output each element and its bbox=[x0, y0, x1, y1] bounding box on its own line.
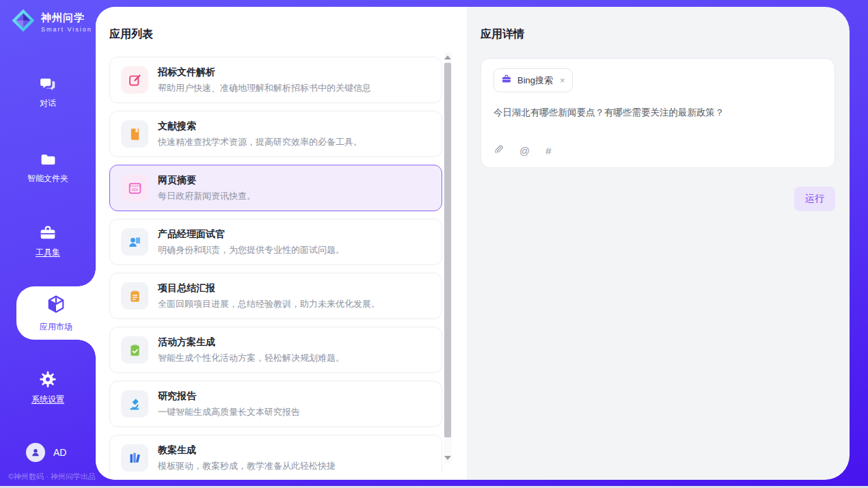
sidebar-item-settings[interactable]: 系统设置 bbox=[0, 370, 96, 405]
sidebar-item-label: 智能文件夹 bbox=[27, 173, 68, 185]
app-desc: 快速精准查找学术资源，提高研究效率的必备工具。 bbox=[158, 136, 362, 148]
app-list-panel: 应用列表 招标文件解析 帮助用户快速、准确地理解和解析招标书中的关键信息 bbox=[96, 7, 467, 480]
scroll-down-arrow-icon[interactable] bbox=[444, 456, 451, 460]
app-card-lesson-plan[interactable]: 教案生成 模板驱动，教案秒成，教学准备从此轻松快捷 bbox=[109, 435, 442, 472]
app-desc: 模板驱动，教案秒成，教学准备从此轻松快捷 bbox=[158, 460, 336, 472]
clipboard-check-icon bbox=[121, 336, 148, 364]
cube-icon bbox=[46, 294, 66, 317]
app-title: 活动方案生成 bbox=[158, 336, 344, 349]
app-title: 产品经理面试官 bbox=[158, 228, 344, 241]
paperclip-icon[interactable] bbox=[493, 144, 504, 158]
hash-icon[interactable]: # bbox=[545, 145, 551, 157]
app-list-title: 应用列表 bbox=[109, 27, 467, 42]
microscope-icon bbox=[121, 390, 148, 418]
scrollbar-thumb[interactable] bbox=[444, 63, 451, 437]
sidebar-item-smart-folder[interactable]: 智能文件夹 bbox=[0, 151, 96, 185]
sidebar-item-chat[interactable]: 对话 bbox=[0, 75, 96, 109]
user-initials: AD bbox=[53, 447, 66, 458]
app-title: 招标文件解析 bbox=[158, 66, 371, 79]
sidebar-item-label: 应用市场 bbox=[40, 321, 72, 333]
run-button[interactable]: 运行 bbox=[794, 187, 835, 211]
main-container: 应用列表 招标文件解析 帮助用户快速、准确地理解和解析招标书中的关键信息 bbox=[96, 7, 850, 480]
app-card-event-plan[interactable]: 活动方案生成 智能生成个性化活动方案，轻松解决规划难题。 bbox=[109, 327, 442, 373]
interviewer-icon bbox=[121, 228, 148, 256]
app-list: 招标文件解析 帮助用户快速、准确地理解和解析招标书中的关键信息 文献搜索 快速精… bbox=[109, 57, 442, 472]
notepad-icon bbox=[121, 282, 148, 310]
prompt-input-card[interactable]: Bing搜索 × 今日湖北有哪些新闻要点？有哪些需要关注的最新政策？ @ # bbox=[480, 58, 835, 168]
app-desc: 每日政府新闻资讯快查。 bbox=[158, 190, 256, 202]
tag-label: Bing搜索 bbox=[517, 74, 553, 87]
app-desc: 全面回顾项目进展，总结经验教训，助力未来优化发展。 bbox=[158, 298, 380, 310]
books-icon bbox=[121, 444, 148, 472]
app-title: 网页摘要 bbox=[158, 174, 256, 187]
app-desc: 明确身份和职责，为您提供专业性的面试问题。 bbox=[158, 244, 344, 256]
app-card-bid-parse[interactable]: 招标文件解析 帮助用户快速、准确地理解和解析招标书中的关键信息 bbox=[109, 57, 442, 103]
app-title: 文献搜索 bbox=[158, 120, 362, 133]
sidebar-item-label: 对话 bbox=[40, 98, 56, 109]
folder-icon bbox=[39, 151, 57, 168]
sidebar: 神州问学 Smart Vision 对话 智能文件夹 工具 bbox=[0, 0, 96, 486]
app-desc: 智能生成个性化活动方案，轻松解决规划难题。 bbox=[158, 352, 344, 364]
edit-document-icon bbox=[121, 66, 148, 94]
app-detail-title: 应用详情 bbox=[480, 27, 835, 42]
app-list-scrollbar[interactable] bbox=[444, 52, 452, 463]
sidebar-item-label: 系统设置 bbox=[31, 394, 64, 405]
app-card-literature-search[interactable]: 文献搜索 快速精准查找学术资源，提高研究效率的必备工具。 bbox=[109, 111, 442, 157]
app-desc: 帮助用户快速、准确地理解和解析招标书中的关键信息 bbox=[158, 82, 371, 94]
app-desc: 一键智能生成高质量长文本研究报告 bbox=[158, 406, 300, 418]
app-card-project-summary[interactable]: 项目总结汇报 全面回顾项目进展，总结经验教训，助力未来优化发展。 bbox=[109, 273, 442, 319]
sidebar-item-label: 工具集 bbox=[36, 247, 60, 258]
query-text[interactable]: 今日湖北有哪些新闻要点？有哪些需要关注的最新政策？ bbox=[493, 107, 822, 119]
gear-icon bbox=[38, 370, 57, 389]
app-title: 项目总结汇报 bbox=[158, 282, 380, 295]
copyright-footer: ©神州数码 · 神州问学出品 bbox=[8, 472, 96, 482]
at-mention-icon[interactable]: @ bbox=[519, 145, 530, 157]
toolbox-icon bbox=[38, 224, 57, 242]
diamond-logo-icon bbox=[11, 8, 36, 36]
app-card-pm-interviewer[interactable]: 产品经理面试官 明确身份和职责，为您提供专业性的面试问题。 bbox=[109, 219, 442, 265]
sidebar-item-toolset[interactable]: 工具集 bbox=[0, 224, 96, 258]
app-detail-panel: 应用详情 Bing搜索 × 今日湖北有哪些新闻要点？有哪些需要关注的最新政策？ bbox=[467, 7, 850, 480]
avatar bbox=[26, 443, 45, 462]
app-card-web-summary[interactable]: </> 网页摘要 每日政府新闻资讯快查。 bbox=[109, 165, 442, 211]
app-card-research-report[interactable]: 研究报告 一键智能生成高质量长文本研究报告 bbox=[109, 381, 442, 427]
app-title: 教案生成 bbox=[158, 444, 336, 457]
briefcase-icon bbox=[501, 74, 512, 87]
browser-code-icon: </> bbox=[121, 174, 148, 202]
svg-text:</>: </> bbox=[131, 187, 138, 191]
app-title: 研究报告 bbox=[158, 390, 300, 403]
bing-search-tag[interactable]: Bing搜索 × bbox=[493, 68, 573, 92]
chat-icon bbox=[39, 75, 57, 93]
brand-logo: 神州问学 Smart Vision bbox=[11, 8, 92, 36]
sidebar-item-app-market[interactable]: 应用市场 bbox=[16, 286, 96, 340]
book-icon bbox=[121, 120, 148, 148]
user-account[interactable]: AD bbox=[26, 443, 66, 462]
tag-close-icon[interactable]: × bbox=[560, 75, 565, 85]
scroll-up-arrow-icon[interactable] bbox=[444, 55, 451, 59]
brand-name: 神州问学 bbox=[41, 12, 92, 25]
input-toolbar: @ # bbox=[493, 144, 822, 159]
brand-subtitle: Smart Vision bbox=[41, 26, 92, 33]
